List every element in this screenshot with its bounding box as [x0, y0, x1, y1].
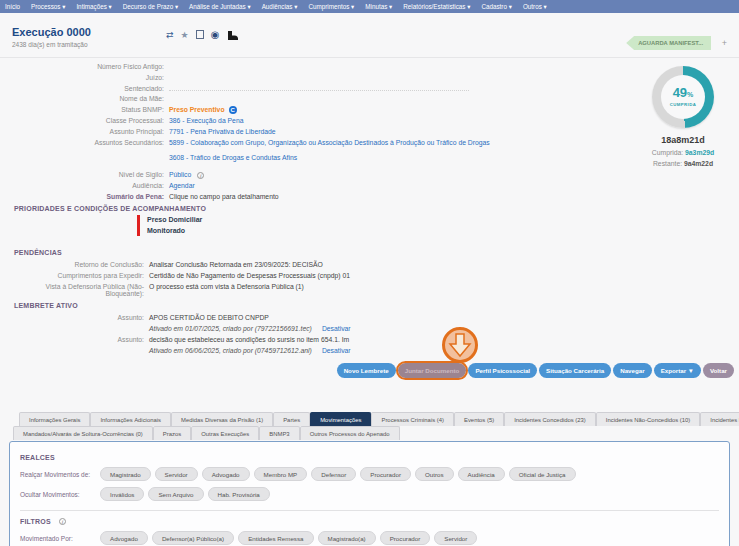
pena-total: 18a8m21d: [637, 135, 729, 145]
nav-item[interactable]: Processos ▾: [31, 3, 65, 10]
realcar-label: Realçar Movimentos de:: [20, 471, 96, 478]
tab[interactable]: Incidentes Concedidos (23): [504, 412, 596, 426]
pendencia-label: Vista à Defensoria Pública (Não-Bloquean…: [14, 283, 144, 297]
desativar-link[interactable]: Desativar: [322, 347, 351, 358]
nav-item[interactable]: Cadastro ▾: [481, 3, 511, 10]
filtro-chip[interactable]: Magistrado(a): [318, 531, 376, 545]
pendencias-title: PENDÊNCIAS: [14, 249, 614, 256]
star-icon[interactable]: ★: [181, 30, 189, 40]
tab[interactable]: Mandados/Alvarás de Soltura-Ocorrências …: [13, 426, 153, 440]
realce-chip[interactable]: Outros: [415, 467, 454, 481]
nav-item[interactable]: Decurso de Prazo ▾: [123, 3, 178, 10]
info-icon[interactable]: i: [197, 172, 204, 179]
audiencia-agendar-link[interactable]: Agendar: [169, 181, 195, 189]
desativar-link[interactable]: Desativar: [322, 325, 351, 336]
record-icon[interactable]: ◉: [211, 30, 220, 40]
realce-chip[interactable]: Procurador: [360, 467, 411, 481]
sentenciado-value-redacted: [169, 84, 469, 91]
realce-chip[interactable]: Servidor: [155, 467, 198, 481]
tab[interactable]: BNMP3: [259, 426, 299, 440]
voltar-button[interactable]: Voltar: [703, 363, 734, 378]
tab[interactable]: Medidas Diversas da Prisão (1): [171, 412, 273, 426]
tab[interactable]: Outros Processos do Apenado: [300, 426, 400, 440]
movimentacoes-panel: REALCES Realçar Movimentos de: Magistrad…: [9, 441, 730, 546]
realce-chip[interactable]: Defensor: [311, 467, 356, 481]
filtro-chip[interactable]: Servidor: [434, 531, 477, 545]
lembrete-row: Ativado em 01/07/2025, criado por (79722…: [14, 325, 614, 336]
assunto-secundario-link-1[interactable]: 5899 - Colaboração com Grupo, Organizaçã…: [169, 138, 490, 146]
nav-item[interactable]: Relatórios/Estatísticas ▾: [403, 3, 470, 10]
nav-item[interactable]: Outros ▾: [523, 3, 547, 10]
filtro-chip[interactable]: Defensor(a) Público(a): [152, 531, 234, 545]
status-bnmp-label: Status BNMP:: [12, 105, 164, 113]
retorno-conclusao-link[interactable]: Analisar Conclusão Retornada em 23/09/20…: [149, 261, 323, 272]
realce-chip[interactable]: Oficial de Justiça: [509, 467, 576, 481]
lembrete-title: LEMBRETE ATIVO: [14, 302, 614, 309]
tab[interactable]: Eventos (5): [454, 412, 504, 426]
lembrete-row: Ativado em 06/06/2025, criado por (07459…: [14, 347, 614, 358]
status-bnmp-value: Preso Preventivo: [169, 105, 225, 113]
assunto-label: Assunto:: [14, 314, 144, 325]
ankle-monitor-icon[interactable]: [226, 31, 238, 40]
assunto-secundario-link-2[interactable]: 3608 - Tráfico de Drogas e Condutas Afin…: [169, 153, 297, 161]
realce-chip[interactable]: Advogado: [202, 467, 250, 481]
tab[interactable]: Partes: [273, 412, 310, 426]
tab[interactable]: Processos Criminais (4): [371, 412, 454, 426]
lembrete-subject[interactable]: decisão que estabeleceu as condições do …: [149, 336, 349, 347]
pendencia-row: Retorno de Conclusão: Analisar Conclusão…: [14, 261, 614, 272]
filtro-chip[interactable]: Entidades Remessa: [238, 531, 313, 545]
sumario-pena-label: Sumário da Pena:: [12, 192, 164, 200]
nav-item[interactable]: Intimações ▾: [76, 3, 111, 10]
switch-process-icon[interactable]: ⇄: [166, 30, 174, 40]
process-details: Número Físico Antigo: Juízo: Sentenciado…: [12, 62, 532, 203]
field-row: Sentenciado:: [12, 84, 532, 95]
ocultar-label: Ocultar Movimentos:: [20, 491, 96, 498]
realce-chip[interactable]: Magistrado: [100, 467, 151, 481]
cumprimentos-expedir-link[interactable]: Certidão de Não Pagamento de Despesas Pr…: [149, 272, 350, 283]
situacao-carceraria-button[interactable]: Situação Carcerária: [539, 363, 611, 378]
juizo-label: Juízo:: [12, 73, 164, 81]
filtro-chip[interactable]: Procurador: [380, 531, 431, 545]
pena-donut: 49% CUMPRIDA: [652, 66, 714, 128]
tab[interactable]: Informações Adicionais: [90, 412, 171, 426]
novo-lembrete-button[interactable]: Novo Lembrete: [337, 363, 396, 378]
classe-processual-link[interactable]: 386 - Execução da Pena: [169, 116, 243, 124]
realce-chip[interactable]: Audiência: [458, 467, 505, 481]
assuntos-secundarios-label: Assuntos Secundários:: [12, 138, 164, 146]
filtro-chip[interactable]: Advogado: [100, 531, 148, 545]
tab[interactable]: Movimentações: [310, 412, 371, 426]
prioridade-item: Preso Domiciliar: [147, 215, 202, 226]
field-row: 3608 - Tráfico de Drogas e Condutas Afin…: [12, 153, 532, 164]
tab[interactable]: Incidentes Não-Concedidos (10): [596, 412, 700, 426]
nav-item[interactable]: Audiências ▾: [262, 3, 298, 10]
status-badge[interactable]: AGUARDA MANIFEST...: [626, 36, 711, 50]
nav-item[interactable]: Minutas ▾: [365, 3, 392, 10]
page-title: Execução 0000: [12, 26, 91, 38]
nav-item[interactable]: Análise de Juntadas ▾: [189, 3, 251, 10]
navegar-button[interactable]: Navegar: [613, 363, 651, 378]
juntar-documento-button[interactable]: Juntar Documento: [398, 363, 467, 378]
exportar-button[interactable]: Exportar ▼: [654, 363, 701, 378]
realce-chip[interactable]: Membro MP: [254, 467, 308, 481]
ocultar-chip[interactable]: Inválidos: [100, 487, 144, 501]
ocultar-chip[interactable]: Sem Arquivo: [148, 487, 203, 501]
lembrete-subject[interactable]: APOS CERTIDÃO DE DEBITO CNPDP: [149, 314, 269, 325]
add-status-button[interactable]: +: [722, 38, 727, 48]
sumario-pena-value[interactable]: Clique no campo para detalhamento: [169, 192, 279, 200]
copy-icon[interactable]: [198, 32, 204, 39]
nav-item[interactable]: Início: [5, 3, 20, 10]
tab[interactable]: Informações Gerais: [19, 412, 90, 426]
field-row: Juízo:: [12, 73, 532, 84]
nivel-sigilo-link[interactable]: Público: [169, 170, 191, 178]
bnmp-badge-icon[interactable]: C: [229, 106, 237, 114]
prioridades-title: PRIORIDADES E CONDIÇÕES DE ACOMPANHAMENT…: [14, 205, 206, 212]
tab[interactable]: Incidentes Pendentes: [700, 412, 739, 426]
info-icon[interactable]: i: [59, 518, 66, 525]
ocultar-chip[interactable]: Hab. Provisória: [208, 487, 270, 501]
perfil-psicossocial-button[interactable]: Perfil Psicossocial: [468, 363, 537, 378]
tab[interactable]: Outras Execuções: [191, 426, 259, 440]
field-row: Assunto Principal: 7791 - Pena Privativa…: [12, 127, 532, 138]
assunto-principal-link[interactable]: 7791 - Pena Privativa de Liberdade: [169, 127, 276, 135]
tab[interactable]: Prazos: [153, 426, 191, 440]
nav-item[interactable]: Cumprimentos ▾: [308, 3, 354, 10]
